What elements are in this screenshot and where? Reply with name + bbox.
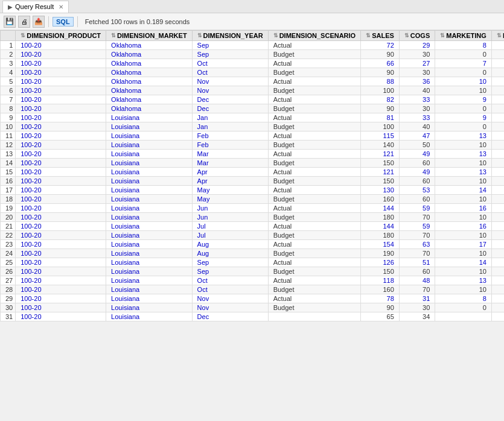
cell-cogs: 51 xyxy=(399,258,435,267)
cell-scenario: Actual xyxy=(268,294,361,303)
cell-product: 100-20 xyxy=(16,95,106,104)
col-header-marketing[interactable]: ⇅ MARKETING xyxy=(435,31,492,41)
cell-scenario: Budget xyxy=(268,177,361,186)
cell-year: Apr xyxy=(192,177,268,186)
cell-sales: 65 xyxy=(361,312,400,321)
sort-icon-market: ⇅ xyxy=(111,33,116,39)
cell-cogs: 48 xyxy=(399,276,435,285)
cell-payroll xyxy=(491,86,504,95)
row-number: 12 xyxy=(1,141,16,150)
print-button[interactable]: 🖨 xyxy=(18,16,30,28)
cell-market: Louisiana xyxy=(106,258,193,267)
cell-marketing: 0 xyxy=(435,68,492,77)
cell-payroll xyxy=(491,240,504,249)
sql-badge[interactable]: SQL xyxy=(53,17,74,27)
row-number: 14 xyxy=(1,159,16,168)
cell-payroll xyxy=(491,285,504,294)
cell-cogs: 47 xyxy=(399,131,435,141)
cell-cogs: 60 xyxy=(399,267,435,276)
cell-marketing: 14 xyxy=(435,186,492,195)
row-number: 23 xyxy=(1,240,16,249)
tab-label: Query Result xyxy=(15,3,54,10)
save-button[interactable]: 💾 xyxy=(4,16,16,28)
cell-cogs: 30 xyxy=(399,104,435,113)
cell-scenario: Actual xyxy=(268,41,361,50)
cell-sales: 140 xyxy=(361,141,400,150)
tab-close-icon[interactable]: ✕ xyxy=(59,4,63,10)
cell-product: 100-20 xyxy=(16,50,106,59)
col-header-sales[interactable]: ⇅ SALES xyxy=(361,31,400,41)
cell-cogs: 59 xyxy=(399,222,435,231)
cell-year: May xyxy=(192,195,268,204)
cell-cogs: 50 xyxy=(399,141,435,150)
table-row: 13 100-20 Louisiana Mar Actual 121 49 13 xyxy=(1,150,505,159)
cell-year: Oct xyxy=(192,276,268,285)
cell-market: Louisiana xyxy=(106,131,193,141)
col-header-dimension-year[interactable]: ⇅ DIMENSION_YEAR xyxy=(192,31,268,41)
table-row: 7 100-20 Oklahoma Dec Actual 82 33 9 xyxy=(1,95,505,104)
cell-market: Louisiana xyxy=(106,122,193,131)
table-row: 28 100-20 Louisiana Oct Budget 160 70 10 xyxy=(1,285,505,294)
cell-cogs: 33 xyxy=(399,95,435,104)
cell-market: Oklahoma xyxy=(106,68,193,77)
cell-sales: 90 xyxy=(361,104,400,113)
cell-year: Dec xyxy=(192,312,268,321)
cell-sales: 121 xyxy=(361,150,400,159)
row-number: 19 xyxy=(1,204,16,213)
cell-sales: 100 xyxy=(361,86,400,95)
col-header-dimension-market[interactable]: ⇅ DIMENSION_MARKET xyxy=(106,31,193,41)
cell-market: Louisiana xyxy=(106,267,193,276)
cell-cogs: 53 xyxy=(399,186,435,195)
cell-market: Louisiana xyxy=(106,249,193,258)
cell-payroll xyxy=(491,195,504,204)
cell-scenario: Actual xyxy=(268,258,361,267)
export-button[interactable]: 📤 xyxy=(33,16,45,28)
cell-cogs: 30 xyxy=(399,50,435,59)
cell-scenario: Actual xyxy=(268,240,361,249)
cell-cogs: 34 xyxy=(399,312,435,321)
cell-market: Louisiana xyxy=(106,177,193,186)
cell-market: Oklahoma xyxy=(106,104,193,113)
cell-sales: 126 xyxy=(361,258,400,267)
query-result-tab[interactable]: ▶ Query Result ✕ xyxy=(2,1,69,13)
table-row: 16 100-20 Louisiana Apr Budget 150 60 10 xyxy=(1,177,505,186)
cell-scenario: Budget xyxy=(268,195,361,204)
cell-sales: 160 xyxy=(361,195,400,204)
cell-year: Sep xyxy=(192,258,268,267)
cell-cogs: 33 xyxy=(399,113,435,122)
cell-marketing: 10 xyxy=(435,213,492,222)
col-header-cogs[interactable]: ⇅ COGS xyxy=(399,31,435,41)
table-row: 22 100-20 Louisiana Jul Budget 180 70 10 xyxy=(1,231,505,240)
cell-product: 100-20 xyxy=(16,312,106,321)
table-row: 14 100-20 Louisiana Mar Budget 150 60 10 xyxy=(1,159,505,168)
cell-sales: 150 xyxy=(361,177,400,186)
cell-sales: 154 xyxy=(361,240,400,249)
cell-sales: 150 xyxy=(361,267,400,276)
row-number: 7 xyxy=(1,95,16,104)
sort-icon-sales: ⇅ xyxy=(366,33,371,39)
cell-year: Nov xyxy=(192,77,268,86)
cell-cogs: 36 xyxy=(399,77,435,86)
cell-scenario: Actual xyxy=(268,204,361,213)
tab-icon: ▶ xyxy=(8,4,13,10)
cell-marketing: 10 xyxy=(435,231,492,240)
cell-marketing: 13 xyxy=(435,131,492,141)
cell-payroll xyxy=(491,231,504,240)
cell-marketing: 14 xyxy=(435,258,492,267)
cell-sales: 160 xyxy=(361,285,400,294)
cell-cogs: 30 xyxy=(399,68,435,77)
col-header-payroll[interactable]: ⇅ PAY... xyxy=(491,31,504,41)
row-number: 9 xyxy=(1,113,16,122)
cell-marketing: 10 xyxy=(435,285,492,294)
table-container[interactable]: ⇅ DIMENSION_PRODUCT ⇅ DIMENSION_MARKET ⇅… xyxy=(0,30,504,421)
col-header-dimension-scenario[interactable]: ⇅ DIMENSION_SCENARIO xyxy=(268,31,361,41)
cell-marketing: 13 xyxy=(435,150,492,159)
cell-marketing: 8 xyxy=(435,294,492,303)
row-number: 21 xyxy=(1,222,16,231)
table-row: 27 100-20 Louisiana Oct Actual 118 48 13 xyxy=(1,276,505,285)
col-header-dimension-product[interactable]: ⇅ DIMENSION_PRODUCT xyxy=(16,31,106,41)
cell-payroll xyxy=(491,159,504,168)
cell-market: Louisiana xyxy=(106,294,193,303)
cell-sales: 100 xyxy=(361,122,400,131)
cell-year: Feb xyxy=(192,141,268,150)
